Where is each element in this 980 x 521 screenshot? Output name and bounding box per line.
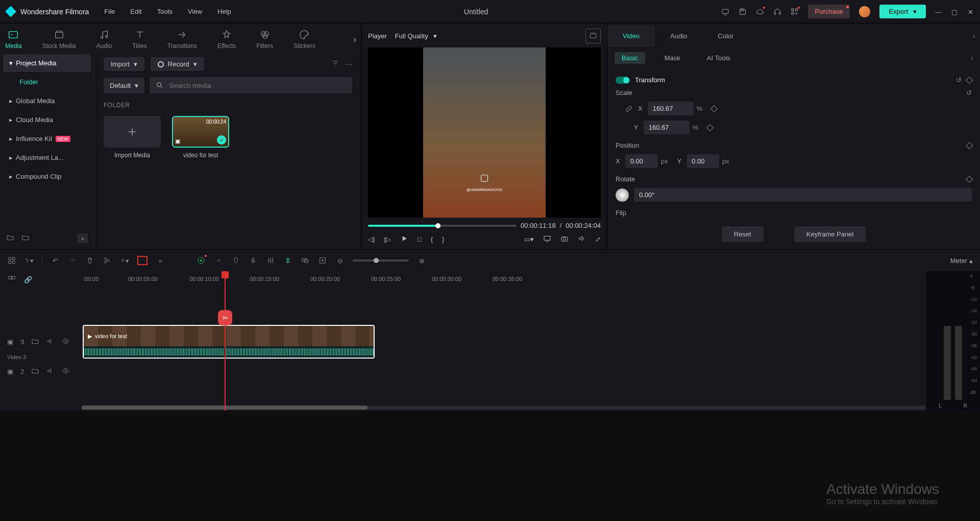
track-folder-icon[interactable] bbox=[31, 367, 39, 376]
cursor-icon[interactable]: ▾ bbox=[24, 256, 34, 265]
timeline-ruler[interactable]: :00:0000:00:05:0000:00:10:0000:00:15:000… bbox=[0, 271, 926, 287]
device-icon[interactable] bbox=[721, 8, 729, 16]
props-tab-audio[interactable]: Audio bbox=[655, 25, 702, 47]
props-tab-video[interactable]: Video bbox=[607, 25, 655, 47]
tree-global-media[interactable]: ▸Global Media bbox=[3, 92, 91, 110]
display-icon[interactable] bbox=[543, 234, 551, 244]
prev-frame-icon[interactable]: ◁| bbox=[368, 235, 375, 243]
tabs-scroll-right-icon[interactable]: › bbox=[353, 34, 356, 45]
progress-thumb[interactable] bbox=[435, 223, 440, 228]
zoom-out-icon[interactable]: ⊖ bbox=[335, 256, 345, 265]
next-frame-icon[interactable]: |▷ bbox=[384, 235, 390, 243]
zoom-in-icon[interactable]: ⊕ bbox=[417, 256, 426, 265]
search-box[interactable] bbox=[150, 77, 352, 93]
pos-y-input[interactable]: 0.00 bbox=[687, 154, 719, 168]
track-visibility-icon[interactable] bbox=[62, 337, 70, 347]
track-visibility-icon[interactable] bbox=[62, 367, 70, 376]
camera-icon[interactable] bbox=[560, 234, 569, 244]
menu-edit[interactable]: Edit bbox=[130, 8, 141, 15]
close-icon[interactable]: ✕ bbox=[968, 8, 975, 15]
purchase-button[interactable]: Purchase bbox=[808, 5, 850, 18]
track-clip-icon[interactable]: ▣ bbox=[7, 368, 13, 375]
marker-icon[interactable] bbox=[231, 256, 240, 265]
mixer-icon[interactable] bbox=[266, 256, 275, 265]
playhead[interactable]: ✂ bbox=[225, 271, 226, 411]
sort-dropdown[interactable]: Default▾ bbox=[104, 78, 144, 93]
tab-titles[interactable]: Titles bbox=[132, 29, 146, 50]
track-folder-icon[interactable] bbox=[31, 337, 39, 347]
folder-icon[interactable] bbox=[21, 233, 30, 243]
link-icon[interactable] bbox=[625, 105, 633, 113]
playhead-cut-icon[interactable]: ✂ bbox=[218, 310, 232, 325]
tree-project-media[interactable]: ▾Project Media bbox=[3, 54, 91, 72]
group-icon[interactable] bbox=[301, 256, 310, 265]
menu-help[interactable]: Help bbox=[217, 8, 231, 15]
ai-tools-icon[interactable]: ▾ bbox=[120, 256, 129, 265]
transform-keyframe-icon[interactable] bbox=[966, 76, 973, 83]
import-media-tile[interactable]: + Import Media bbox=[104, 116, 161, 159]
scale-y-input[interactable]: 160.67 bbox=[644, 121, 690, 134]
effect-icon[interactable]: ✦ bbox=[214, 256, 223, 265]
grid-plus-icon[interactable] bbox=[791, 8, 799, 16]
tab-effects[interactable]: Effects bbox=[217, 29, 236, 50]
tree-cloud-media[interactable]: ▸Cloud Media bbox=[3, 111, 91, 129]
scale-y-keyframe-icon[interactable] bbox=[706, 124, 714, 131]
crop-icon[interactable] bbox=[137, 256, 148, 265]
menu-file[interactable]: File bbox=[104, 8, 115, 15]
headphones-icon[interactable] bbox=[773, 8, 781, 16]
align-icon[interactable] bbox=[283, 256, 292, 265]
filter-icon[interactable] bbox=[331, 59, 339, 69]
subtab-ai-tools[interactable]: AI Tools bbox=[700, 52, 738, 64]
rotate-knob[interactable] bbox=[616, 188, 629, 202]
highlight-icon[interactable] bbox=[197, 256, 206, 265]
props-tab-color[interactable]: Color bbox=[702, 25, 749, 47]
tab-transitions[interactable]: Transitions bbox=[167, 29, 197, 50]
media-clip-tile[interactable]: 00:00:24 ▣ ✓ video for test bbox=[172, 116, 229, 159]
cloud-icon[interactable] bbox=[756, 8, 764, 16]
new-folder-icon[interactable] bbox=[6, 233, 14, 243]
subtab-more-icon[interactable]: › bbox=[971, 54, 973, 62]
mark-in-icon[interactable]: { bbox=[431, 235, 433, 243]
redo-icon[interactable]: ↷ bbox=[68, 256, 77, 265]
mark-out-icon[interactable]: } bbox=[442, 235, 444, 243]
reset-button[interactable]: Reset bbox=[722, 226, 764, 242]
rotate-keyframe-icon[interactable] bbox=[966, 175, 973, 182]
tree-adjustment-layer[interactable]: ▸Adjustment La... bbox=[3, 149, 91, 167]
scale-x-input[interactable]: 160.67 bbox=[648, 102, 694, 115]
track-mute-icon[interactable] bbox=[46, 367, 55, 376]
tree-compound-clip[interactable]: ▸Compound Clip bbox=[3, 168, 91, 185]
timeline-scrollbar[interactable] bbox=[82, 406, 926, 410]
progress-bar[interactable] bbox=[368, 225, 517, 227]
tree-folder[interactable]: Folder bbox=[3, 73, 91, 91]
volume-icon[interactable] bbox=[578, 234, 586, 244]
minimize-icon[interactable]: — bbox=[935, 8, 942, 15]
add-track-icon[interactable] bbox=[318, 256, 327, 265]
position-keyframe-icon[interactable] bbox=[966, 141, 973, 149]
user-avatar[interactable] bbox=[859, 6, 870, 17]
voiceover-icon[interactable] bbox=[249, 256, 258, 265]
track-clip-icon[interactable]: ▣ bbox=[7, 338, 13, 346]
fullscreen-icon[interactable]: ⤢ bbox=[595, 235, 601, 243]
transform-reset-icon[interactable]: ↺ bbox=[956, 76, 962, 84]
menu-tools[interactable]: Tools bbox=[157, 8, 173, 15]
track-mute-icon[interactable] bbox=[46, 337, 55, 347]
save-icon[interactable] bbox=[739, 8, 747, 16]
menu-view[interactable]: View bbox=[188, 8, 202, 15]
pos-x-input[interactable]: 0.00 bbox=[625, 154, 658, 168]
preview-video[interactable]: @UMAIRWADOOD bbox=[368, 48, 601, 218]
play-icon[interactable] bbox=[400, 234, 408, 244]
scale-reset-icon[interactable]: ↺ bbox=[966, 89, 972, 97]
meter-label[interactable]: Meter▴ bbox=[950, 257, 973, 265]
more-icon[interactable]: ⋯ bbox=[346, 60, 352, 68]
subtab-basic[interactable]: Basic bbox=[615, 52, 645, 64]
tab-filters[interactable]: Filters bbox=[256, 29, 273, 50]
ratio-icon[interactable]: ▭▾ bbox=[524, 235, 534, 243]
collapse-tree-icon[interactable]: ‹ bbox=[78, 233, 88, 243]
scale-x-keyframe-icon[interactable] bbox=[710, 105, 718, 112]
layout-icon[interactable] bbox=[7, 256, 16, 265]
tab-media[interactable]: Media bbox=[5, 29, 22, 50]
rotate-input[interactable]: 0.00° bbox=[634, 188, 972, 202]
search-input[interactable] bbox=[169, 82, 346, 89]
stop-icon[interactable]: □ bbox=[418, 235, 422, 243]
quality-dropdown[interactable]: Full Quality▾ bbox=[395, 32, 437, 40]
